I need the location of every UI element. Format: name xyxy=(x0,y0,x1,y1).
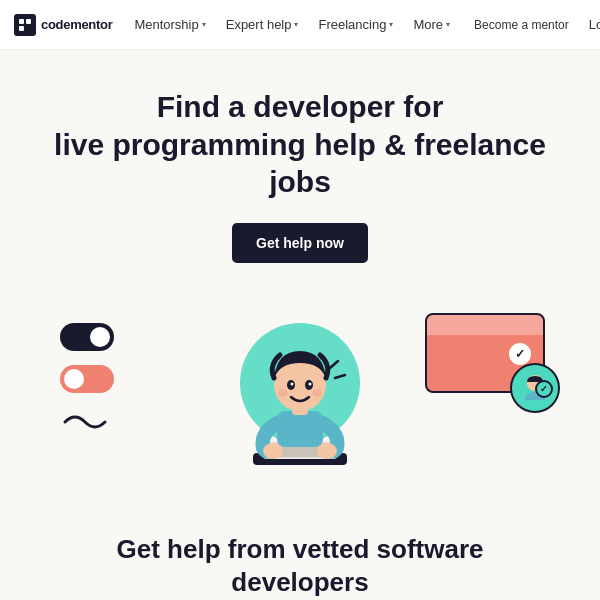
svg-rect-2 xyxy=(19,26,24,31)
logo[interactable]: codementor xyxy=(14,14,112,36)
svg-point-13 xyxy=(291,382,294,385)
check-icon: ✓ xyxy=(509,343,531,365)
central-character xyxy=(235,323,365,503)
nav-item-more[interactable]: More ▾ xyxy=(405,0,458,49)
navbar: codementor Mentorship ▾ Expert help ▾ Fr… xyxy=(0,0,600,50)
hero-title: Find a developer forlive programming hel… xyxy=(20,88,580,201)
lower-section: Get help from vetted softwaredevelopers … xyxy=(0,513,600,601)
chevron-down-icon: ▾ xyxy=(294,20,298,29)
chevron-down-icon: ▾ xyxy=(446,20,450,29)
chevron-down-icon: ▾ xyxy=(202,20,206,29)
squiggle-icon xyxy=(60,407,115,442)
verified-check-icon: ✓ xyxy=(535,380,553,398)
svg-point-15 xyxy=(278,389,288,397)
hero-illustration: ✓ ✓ xyxy=(0,293,600,513)
left-decoration xyxy=(60,323,115,442)
svg-line-18 xyxy=(335,375,345,378)
svg-rect-1 xyxy=(26,19,31,24)
svg-rect-6 xyxy=(277,411,323,447)
right-decoration: ✓ ✓ xyxy=(425,313,545,393)
svg-line-17 xyxy=(330,361,338,368)
lower-title: Get help from vetted softwaredevelopers xyxy=(20,533,580,601)
svg-point-16 xyxy=(312,389,322,397)
login-link[interactable]: Log in xyxy=(581,17,600,32)
toggle-on-icon xyxy=(60,323,114,351)
toggle-off-icon xyxy=(60,365,114,393)
hero-cta-button[interactable]: Get help now xyxy=(232,223,368,263)
nav-item-freelancing[interactable]: Freelancing ▾ xyxy=(310,0,401,49)
svg-rect-0 xyxy=(19,19,24,24)
nav-item-expert[interactable]: Expert help ▾ xyxy=(218,0,307,49)
hero-section: Find a developer forlive programming hel… xyxy=(0,50,600,283)
chevron-down-icon: ▾ xyxy=(389,20,393,29)
svg-point-7 xyxy=(263,443,283,459)
logo-text: codementor xyxy=(41,17,112,32)
svg-point-14 xyxy=(309,382,312,385)
svg-point-8 xyxy=(317,443,337,459)
nav-item-mentorship[interactable]: Mentorship ▾ xyxy=(126,0,213,49)
logo-icon xyxy=(14,14,36,36)
become-mentor-link[interactable]: Become a mentor xyxy=(466,18,577,32)
